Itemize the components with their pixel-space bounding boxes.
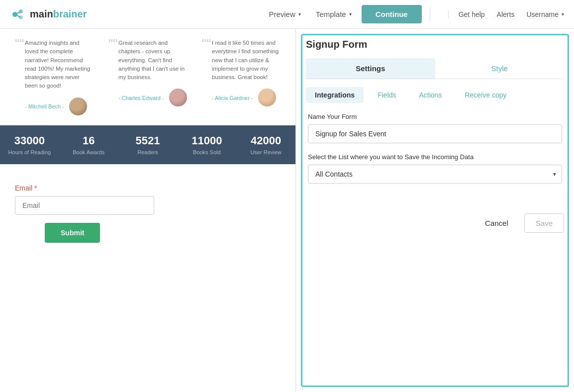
avatar-3: [258, 89, 276, 106]
sub-tabs: Integrations Fields Actions Receive copy: [306, 87, 564, 103]
nav-get-help[interactable]: Get help: [459, 10, 485, 18]
header: mainbrainer Preview ▾ Template ▾ Continu…: [0, 0, 574, 29]
stat-readers: 5521 Readers: [118, 134, 178, 155]
save-button[interactable]: Save: [524, 213, 564, 233]
email-form-section: Email * Submit: [0, 164, 295, 263]
stats-bar: 33000 Hours of Reading 16 Book Awards 55…: [0, 125, 295, 164]
email-label: Email *: [15, 184, 281, 192]
header-right: Get help Alerts Username ▾: [448, 10, 564, 18]
stat-books-sold: 11000 Books Sold: [177, 134, 236, 155]
main-tabs: Settings Style: [306, 58, 564, 79]
form-section: Name Your Form Select the List where you…: [306, 113, 564, 184]
page-preview: Amazing insights and loved the complete …: [0, 29, 295, 392]
continue-button[interactable]: Continue: [362, 5, 422, 23]
main-area: Amazing insights and loved the complete …: [0, 29, 574, 392]
stat-hours: 33000 Hours of Reading: [0, 134, 59, 155]
logo[interactable]: mainbrainer: [10, 6, 87, 22]
signup-form-panel: Signup Form Settings Style Integrations …: [296, 29, 574, 243]
subtab-integrations[interactable]: Integrations: [306, 87, 364, 103]
tab-style[interactable]: Style: [435, 58, 565, 79]
stat-user-review: 42000 User Review: [236, 134, 295, 155]
name-label: Name Your Form: [308, 113, 562, 120]
subtab-actions[interactable]: Actions: [410, 87, 451, 103]
nav-username[interactable]: Username ▾: [526, 10, 564, 18]
tab-settings[interactable]: Settings: [306, 58, 435, 79]
list-label: Select the List where you want to Save t…: [308, 153, 562, 161]
testimonial-1: Amazing insights and loved the complete …: [15, 39, 94, 115]
action-buttons: Cancel Save: [306, 203, 564, 233]
stat-awards: 16 Book Awards: [59, 134, 118, 155]
header-nav: Preview ▾ Template ▾: [269, 10, 351, 18]
logo-main-text: main: [30, 8, 53, 19]
logo-icon: [10, 6, 26, 22]
email-input[interactable]: [15, 196, 154, 215]
signup-form-title: Signup Form: [306, 39, 564, 50]
cancel-button[interactable]: Cancel: [475, 213, 518, 233]
preview-chevron-icon: ▾: [298, 11, 301, 17]
subtab-receive-copy[interactable]: Receive copy: [456, 87, 515, 103]
testimonials-section: Amazing insights and loved the complete …: [0, 29, 295, 125]
username-chevron-icon: ▾: [562, 11, 564, 17]
template-chevron-icon: ▾: [349, 11, 352, 17]
right-panel: Signup Form Settings Style Integrations …: [295, 29, 574, 392]
testimonial-3: I read it like 50 times and everytime I …: [202, 39, 281, 115]
logo-brainer-text: brainer: [53, 8, 87, 19]
list-select[interactable]: All Contacts: [308, 165, 562, 184]
subtab-fields[interactable]: Fields: [369, 87, 405, 103]
list-select-wrapper: All Contacts ▾: [308, 165, 562, 184]
testimonial-2: Great research and chapters - covers up …: [108, 39, 187, 115]
header-divider: [430, 7, 430, 22]
form-name-input[interactable]: [308, 124, 562, 143]
nav-template[interactable]: Template ▾: [316, 10, 352, 18]
avatar-1: [69, 98, 87, 115]
avatar-2: [169, 89, 187, 106]
nav-preview[interactable]: Preview ▾: [269, 10, 300, 18]
nav-alerts[interactable]: Alerts: [497, 10, 515, 18]
required-marker: *: [34, 184, 37, 192]
submit-button[interactable]: Submit: [45, 223, 100, 243]
